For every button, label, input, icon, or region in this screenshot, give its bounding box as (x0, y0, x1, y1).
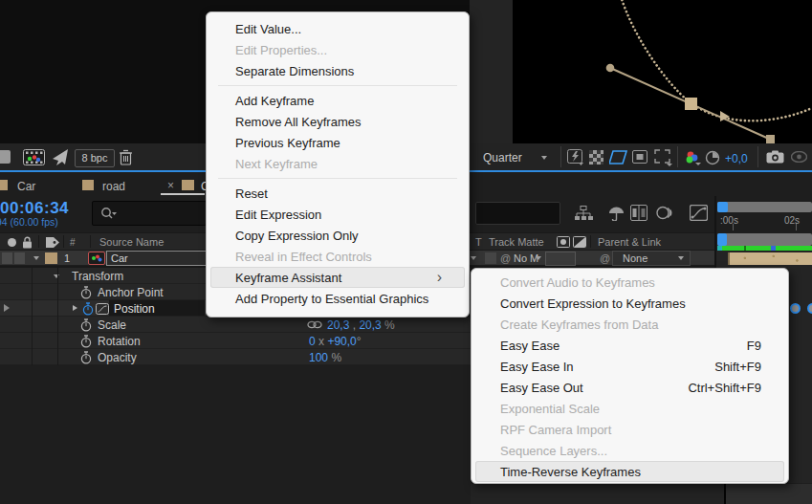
submenu-item-easy-ease-out[interactable]: Easy Ease OutCtrl+Shift+F9 (475, 377, 784, 398)
frame-blend-icon[interactable] (630, 205, 647, 221)
snapshot-camera-icon[interactable] (766, 150, 784, 164)
motion-blur-icon[interactable] (656, 205, 674, 221)
scale-value[interactable]: 20,3 , 20,3 % (327, 319, 395, 331)
show-snapshot-eye-icon[interactable] (791, 151, 807, 163)
submenu-item-time-reverse-keyframes[interactable]: Time-Reverse Keyframes (475, 461, 784, 482)
new-composition-icon[interactable] (23, 149, 45, 165)
exposure-value[interactable]: +0,0 (725, 153, 748, 164)
switch-well[interactable] (485, 252, 496, 264)
menu-separator (218, 85, 457, 86)
folder-icon[interactable] (0, 150, 11, 164)
layer-duration-bar[interactable] (728, 252, 812, 265)
submenu-item-convert-expression-to-keyframes[interactable]: Convert Expression to Keyframes (475, 293, 784, 314)
mini-flowchart-icon[interactable] (574, 206, 593, 222)
menu-item-reset[interactable]: Reset (210, 183, 465, 204)
scale-label[interactable]: Scale (98, 319, 126, 331)
rocket-icon[interactable] (53, 149, 69, 165)
work-area-chip[interactable] (717, 233, 727, 246)
menu-item-edit-value[interactable]: Edit Value... (210, 18, 465, 39)
shortcut-label: Ctrl+Shift+F9 (688, 381, 761, 395)
link-chain-icon[interactable] (307, 320, 322, 329)
stopwatch-icon-active[interactable] (82, 302, 94, 316)
menu-item-edit-expression[interactable]: Edit Expression (210, 204, 465, 225)
opacity-value[interactable]: 100 % (309, 352, 341, 363)
menu-item-copy-expression-only[interactable]: Copy Expression Only (210, 225, 465, 246)
tangent-handle-in[interactable] (606, 64, 615, 73)
bottom-panel-strip (724, 484, 812, 504)
search-box[interactable] (92, 201, 207, 226)
stopwatch-icon[interactable] (80, 286, 92, 299)
menu-item-reveal-in-effect-controls: Reveal in Effect Controls (210, 246, 465, 267)
opacity-label[interactable]: Opacity (98, 352, 137, 363)
column-track-matte[interactable]: Track Matte (489, 237, 544, 248)
chevron-down-icon[interactable] (536, 256, 541, 263)
draft-3d-icon[interactable] (608, 206, 625, 221)
tab-close-icon[interactable]: × (167, 180, 174, 191)
bit-depth-button[interactable]: 8 bpc (75, 149, 115, 167)
region-of-interest-icon[interactable] (632, 150, 648, 164)
tab-comp-road[interactable]: road (102, 181, 125, 192)
ruler-tick (796, 224, 797, 230)
parent-pickwhip-icon[interactable]: @ (600, 253, 610, 264)
transform-twirl-icon[interactable] (54, 274, 59, 281)
anchor-point-label[interactable]: Anchor Point (98, 287, 164, 298)
position-label[interactable]: Position (114, 303, 155, 315)
layer-name-box[interactable]: Car (106, 251, 207, 266)
audio-switch-well[interactable] (14, 252, 25, 264)
keyframe-nav-icon[interactable] (4, 304, 13, 312)
menu-item-keyframe-assistant[interactable]: Keyframe Assistant› (210, 267, 465, 288)
current-timecode[interactable]: 00:06:34 (0, 200, 69, 216)
keyframe-icon[interactable] (790, 303, 801, 314)
column-number: # (70, 238, 76, 248)
trash-icon[interactable] (119, 149, 133, 165)
work-area-bar[interactable] (717, 233, 812, 246)
position-label-box[interactable]: Position (109, 300, 205, 316)
tangent-handle-out[interactable] (766, 135, 775, 143)
stopwatch-icon[interactable] (80, 318, 92, 332)
menu-item-remove-all-keyframes[interactable]: Remove All Keyframes (210, 111, 465, 132)
chevron-down-icon (678, 256, 684, 263)
submenu-arrow-icon: › (437, 270, 442, 285)
motion-path[interactable] (513, 0, 812, 143)
rotation-label[interactable]: Rotation (98, 336, 141, 347)
parent-dropdown[interactable]: None (612, 251, 691, 266)
playhead-chip[interactable] (717, 202, 728, 212)
menu-item-separate-dimensions[interactable]: Separate Dimensions (210, 60, 465, 81)
keyframe-square[interactable] (685, 98, 697, 110)
opacity-row[interactable]: Opacity 100 % (0, 349, 471, 365)
layer-twirl-icon[interactable] (471, 256, 476, 263)
tab-comp-car[interactable]: Car (17, 181, 35, 192)
column-source-name[interactable]: Source Name (99, 237, 164, 248)
submenu-item-easy-ease-in[interactable]: Easy Ease InShift+F9 (475, 356, 784, 377)
fast-previews-icon[interactable] (567, 149, 584, 165)
mask-visibility-icon[interactable] (609, 150, 627, 164)
rotation-value[interactable]: 0 x +90,0° (309, 336, 362, 347)
graph-editor-icon[interactable] (690, 205, 708, 221)
resolution-dropdown[interactable]: Quarter (483, 152, 522, 164)
menu-item-add-property-to-essential-graphics[interactable]: Add Property to Essential Graphics (210, 288, 465, 309)
matte-pickwhip-icon[interactable]: @ (500, 253, 511, 264)
matte-source-well[interactable] (545, 252, 576, 266)
layer-filter-box[interactable] (475, 202, 560, 225)
time-navigator-bar[interactable] (717, 202, 812, 212)
menu-item-add-keyframe[interactable]: Add Keyframe (210, 90, 465, 111)
submenu-item-easy-ease[interactable]: Easy EaseF9 (475, 335, 784, 356)
transparency-grid-icon[interactable] (589, 150, 604, 164)
keyframe-icon[interactable] (807, 303, 812, 314)
exposure-icon[interactable] (705, 150, 720, 165)
scale-row[interactable]: Scale 20,3 , 20,3 % (0, 317, 471, 333)
layer-label-swatch[interactable] (45, 252, 57, 264)
submenu-item-exponential-scale: Exponential Scale (475, 398, 784, 419)
video-switch-well[interactable] (2, 252, 12, 264)
channels-rgb-icon[interactable] (684, 149, 701, 166)
crop-region-icon[interactable] (654, 149, 673, 166)
column-parent-link[interactable]: Parent & Link (598, 237, 661, 248)
divider (590, 235, 591, 248)
stopwatch-icon[interactable] (80, 351, 92, 364)
rotation-row[interactable]: Rotation 0 x +90,0° (0, 333, 471, 349)
position-twirl-icon[interactable] (73, 305, 80, 311)
layer-twirl-icon[interactable] (33, 256, 39, 263)
menu-item-previous-keyframe[interactable]: Previous Keyframe (210, 132, 465, 153)
transform-group-label[interactable]: Transform (72, 271, 123, 282)
stopwatch-icon[interactable] (80, 335, 92, 348)
